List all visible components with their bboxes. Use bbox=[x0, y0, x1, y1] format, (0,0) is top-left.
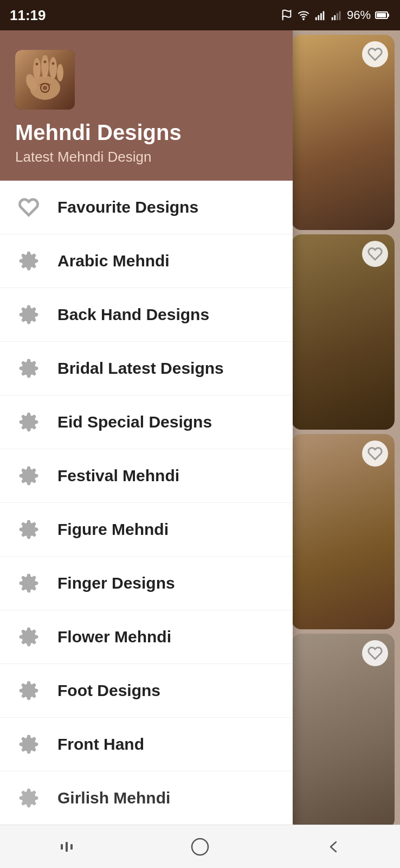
grid-card-3 bbox=[292, 434, 395, 629]
svg-point-17 bbox=[49, 57, 57, 79]
eid-icon-container bbox=[17, 411, 40, 433]
heart-icon bbox=[18, 197, 39, 218]
girlish-icon-container bbox=[17, 787, 40, 809]
menu-label-figure: Figure Mehndi bbox=[57, 520, 169, 539]
svg-rect-12 bbox=[388, 14, 389, 17]
menu-label-flower: Flower Mehndi bbox=[57, 628, 171, 646]
menu-item-backhand[interactable]: Back Hand Designs bbox=[0, 288, 293, 342]
svg-point-23 bbox=[52, 62, 55, 65]
svg-point-1 bbox=[303, 18, 304, 20]
svg-point-15 bbox=[33, 58, 41, 80]
menu-item-foot[interactable]: Foot Designs bbox=[0, 664, 293, 718]
nav-home-icon bbox=[189, 836, 211, 858]
gear-icon-bridal bbox=[18, 358, 39, 379]
menu-label-festival: Festival Mehndi bbox=[57, 467, 179, 485]
menu-label-foot: Foot Designs bbox=[57, 681, 160, 700]
gear-icon-festival bbox=[18, 465, 39, 486]
svg-rect-25 bbox=[66, 842, 68, 852]
battery-icon bbox=[375, 10, 390, 20]
signal-icon bbox=[314, 9, 326, 21]
battery-percent: 96% bbox=[347, 8, 371, 22]
grid-behind bbox=[287, 30, 400, 868]
svg-rect-9 bbox=[339, 11, 341, 20]
svg-point-21 bbox=[36, 63, 38, 66]
svg-rect-26 bbox=[70, 844, 73, 850]
nav-back-button[interactable] bbox=[45, 831, 88, 863]
menu-label-eid: Eid Special Designs bbox=[57, 413, 212, 431]
bottom-nav bbox=[0, 825, 400, 868]
app-icon-image bbox=[15, 50, 75, 110]
nav-back-icon bbox=[323, 837, 344, 857]
grid-card-1 bbox=[292, 35, 395, 230]
gear-icon-fronthand bbox=[18, 734, 39, 755]
grid-card-2 bbox=[292, 234, 395, 430]
svg-rect-2 bbox=[315, 17, 317, 20]
figure-icon-container bbox=[17, 518, 40, 541]
status-icons: 96% bbox=[281, 8, 390, 22]
navigation-drawer: Mehndi Designs Latest Mehndi Design Favo… bbox=[0, 30, 293, 868]
status-time: 11:19 bbox=[10, 7, 46, 24]
gear-icon-figure bbox=[18, 519, 39, 540]
menu-label-arabic: Arabic Mehndi bbox=[57, 252, 170, 270]
grid-card-4 bbox=[292, 634, 395, 829]
svg-rect-24 bbox=[61, 844, 63, 850]
status-bar: 11:19 96% bbox=[0, 0, 400, 30]
nav-recents-icon bbox=[56, 837, 77, 857]
bridal-icon-container bbox=[17, 357, 40, 380]
svg-rect-6 bbox=[332, 17, 333, 20]
card-heart-1[interactable] bbox=[362, 41, 388, 67]
svg-rect-7 bbox=[334, 15, 336, 20]
menu-item-flower[interactable]: Flower Mehndi bbox=[0, 610, 293, 664]
festival-icon-container bbox=[17, 464, 40, 487]
menu-label-bridal: Bridal Latest Designs bbox=[57, 359, 224, 378]
app-subtitle: Latest Mehndi Design bbox=[15, 149, 278, 165]
menu-label-backhand: Back Hand Designs bbox=[57, 305, 209, 324]
svg-rect-4 bbox=[320, 13, 322, 20]
card-heart-2[interactable] bbox=[362, 241, 388, 267]
nav-forward-button[interactable] bbox=[312, 831, 355, 863]
svg-rect-8 bbox=[337, 13, 338, 20]
app-icon bbox=[15, 50, 75, 110]
wifi-icon bbox=[297, 9, 310, 21]
svg-rect-27 bbox=[192, 839, 208, 855]
nav-home-button[interactable] bbox=[178, 831, 222, 863]
menu-item-girlish[interactable]: Girlish Mehndi bbox=[0, 771, 293, 825]
menu-label-fronthand: Front Hand bbox=[57, 735, 144, 754]
arabic-icon-container bbox=[17, 250, 40, 272]
menu-item-fronthand[interactable]: Front Hand bbox=[0, 718, 293, 771]
main-container: Mehndi Designs Latest Mehndi Design Favo… bbox=[0, 30, 400, 868]
gear-icon-arabic bbox=[18, 251, 39, 271]
app-name: Mehndi Designs bbox=[15, 120, 278, 144]
svg-rect-11 bbox=[377, 13, 386, 17]
menu-item-bridal[interactable]: Bridal Latest Designs bbox=[0, 342, 293, 395]
flower-icon-container bbox=[17, 626, 40, 648]
menu-item-favourite[interactable]: Favourite Designs bbox=[0, 181, 293, 234]
menu-item-finger[interactable]: Finger Designs bbox=[0, 557, 293, 610]
fronthand-icon-container bbox=[17, 733, 40, 756]
svg-point-16 bbox=[41, 55, 49, 78]
drawer-menu: Favourite Designs Arabic Mehndi bbox=[0, 181, 293, 868]
gear-icon-finger bbox=[18, 573, 39, 593]
svg-rect-5 bbox=[323, 11, 325, 20]
menu-item-eid[interactable]: Eid Special Designs bbox=[0, 395, 293, 449]
backhand-icon-container bbox=[17, 303, 40, 326]
svg-rect-3 bbox=[318, 15, 319, 20]
svg-point-20 bbox=[43, 86, 47, 90]
menu-item-festival[interactable]: Festival Mehndi bbox=[0, 449, 293, 503]
gear-icon-girlish bbox=[18, 788, 39, 808]
menu-label-girlish: Girlish Mehndi bbox=[57, 789, 170, 807]
gear-icon-eid bbox=[18, 412, 39, 432]
card-heart-4[interactable] bbox=[362, 640, 388, 666]
menu-item-arabic[interactable]: Arabic Mehndi bbox=[0, 234, 293, 288]
svg-point-18 bbox=[57, 64, 63, 81]
signal2-icon bbox=[331, 9, 343, 21]
foot-icon-container bbox=[17, 679, 40, 702]
notification-icon bbox=[281, 9, 293, 21]
gear-icon-flower bbox=[18, 627, 39, 647]
finger-icon-container bbox=[17, 572, 40, 595]
favourite-icon-container bbox=[17, 196, 40, 219]
card-heart-3[interactable] bbox=[362, 441, 388, 467]
menu-item-figure[interactable]: Figure Mehndi bbox=[0, 503, 293, 557]
menu-label-finger: Finger Designs bbox=[57, 574, 175, 592]
henna-hand-svg bbox=[21, 55, 69, 104]
